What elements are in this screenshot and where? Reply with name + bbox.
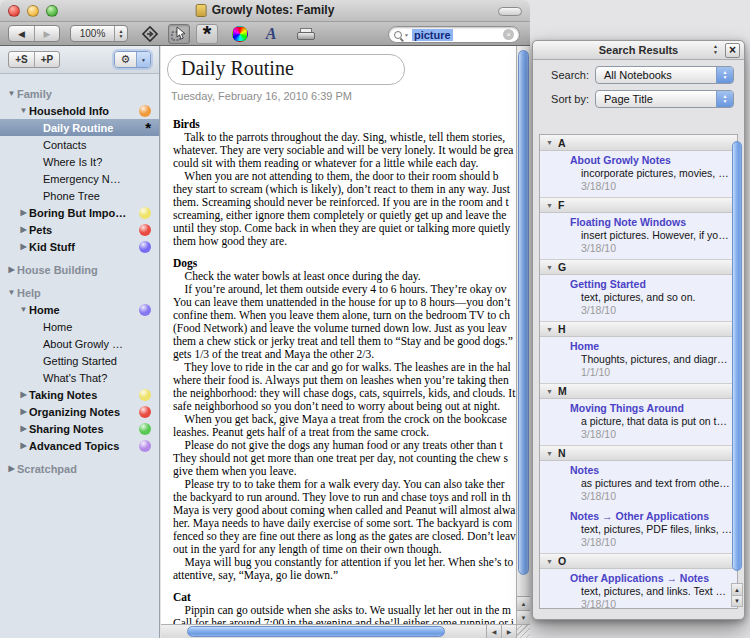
result-item[interactable]: Other Applications → Notestext, pictures… bbox=[540, 569, 737, 609]
scroll-down-button[interactable]: ▼ bbox=[517, 610, 530, 624]
search-clear-icon[interactable]: × bbox=[503, 29, 514, 40]
zoom-control[interactable]: 100% ▲ ▼ bbox=[70, 25, 128, 42]
print-button[interactable] bbox=[294, 24, 318, 44]
result-item[interactable]: Floating Note Windowsinsert pictures. Ho… bbox=[540, 213, 737, 259]
sidebar-item-where-is-it[interactable]: Where Is It? bbox=[0, 153, 159, 170]
result-title[interactable]: Notes bbox=[570, 464, 733, 477]
action-menu-control[interactable]: ⚙ ▼ bbox=[114, 51, 151, 68]
result-title[interactable]: Getting Started bbox=[570, 278, 733, 291]
sidebar-item-boring-but-impo[interactable]: ▶Boring But Impo… bbox=[0, 204, 159, 221]
sidebar-item-sharing-notes[interactable]: ▶Sharing Notes bbox=[0, 420, 159, 437]
sidebar-item-family[interactable]: ▼Family bbox=[0, 85, 159, 102]
sidebar-item-contacts[interactable]: Contacts bbox=[0, 136, 159, 153]
scroll-right-button[interactable]: ▶ bbox=[501, 625, 516, 638]
sidebar-item-daily-routine[interactable]: Daily Routine* bbox=[0, 119, 159, 136]
result-group-header[interactable]: ▼G bbox=[540, 259, 737, 275]
panel-titlebar[interactable]: Search Results ▲ ▼ × bbox=[533, 41, 744, 60]
result-item[interactable]: About Growly Notesincorporate pictures, … bbox=[540, 151, 737, 197]
panel-collapse-stepper-icon[interactable]: ▲ ▼ bbox=[713, 44, 718, 55]
disclosure-triangle-icon[interactable]: ▼ bbox=[18, 305, 29, 314]
titlebar[interactable]: Growly Notes: Family bbox=[0, 0, 530, 22]
panel-scroll-up-button[interactable]: ▲ bbox=[731, 583, 743, 595]
result-group-header[interactable]: ▼A bbox=[540, 135, 737, 151]
group-triangle-icon[interactable]: ▼ bbox=[546, 388, 553, 395]
gear-icon[interactable]: ⚙ bbox=[115, 52, 136, 67]
disclosure-triangle-icon[interactable]: ▶ bbox=[6, 265, 17, 274]
result-group-header[interactable]: ▼F bbox=[540, 197, 737, 213]
sidebar-item-home[interactable]: Home bbox=[0, 318, 159, 335]
panel-close-button[interactable]: × bbox=[725, 43, 740, 58]
group-triangle-icon[interactable]: ▼ bbox=[546, 326, 553, 333]
sidebar-item-scratchpad[interactable]: ▶Scratchpad bbox=[0, 460, 159, 477]
selection-tool-button[interactable] bbox=[168, 24, 190, 44]
goto-page-button[interactable] bbox=[138, 24, 162, 44]
search-scope-dropdown[interactable]: All Notebooks ▲▼ bbox=[595, 66, 734, 84]
sidebar-item-help[interactable]: ▼Help bbox=[0, 284, 159, 301]
toolbar-toggle-pill-button[interactable] bbox=[498, 7, 522, 16]
disclosure-triangle-icon[interactable]: ▶ bbox=[18, 407, 29, 416]
horizontal-scroll-thumb[interactable] bbox=[187, 626, 445, 637]
sidebar-item-house-building[interactable]: ▶House Building bbox=[0, 261, 159, 278]
sidebar-item-phone-tree[interactable]: Phone Tree bbox=[0, 187, 159, 204]
disclosure-triangle-icon[interactable]: ▶ bbox=[18, 208, 29, 217]
disclosure-triangle-icon[interactable]: ▶ bbox=[18, 242, 29, 251]
sidebar-item-advanced-topics[interactable]: ▶Advanced Topics bbox=[0, 437, 159, 454]
close-window-button[interactable] bbox=[8, 5, 20, 17]
action-menu-chevron-icon[interactable]: ▼ bbox=[136, 52, 150, 67]
disclosure-triangle-icon[interactable]: ▶ bbox=[18, 225, 29, 234]
disclosure-triangle-icon[interactable]: ▼ bbox=[6, 89, 17, 98]
scroll-up-button[interactable]: ▲ bbox=[517, 596, 530, 610]
sidebar-item-home[interactable]: ▼Home bbox=[0, 301, 159, 318]
page-title[interactable]: Daily Routine bbox=[167, 54, 405, 85]
result-title[interactable]: Other Applications → Notes bbox=[570, 572, 733, 585]
document-vertical-scrollbar[interactable]: ▲ ▼ bbox=[516, 46, 530, 624]
minimize-window-button[interactable] bbox=[27, 5, 39, 17]
sidebar-item-taking-notes[interactable]: ▶Taking Notes bbox=[0, 386, 159, 403]
add-page-button[interactable]: +P bbox=[34, 52, 59, 67]
result-group-header[interactable]: ▼O bbox=[540, 553, 737, 569]
forward-button[interactable]: ▶ bbox=[34, 26, 59, 41]
result-item[interactable]: Getting Startedtext, pictures, and so on… bbox=[540, 275, 737, 321]
back-button[interactable]: ◀ bbox=[9, 26, 34, 41]
vertical-scroll-thumb[interactable] bbox=[518, 50, 529, 575]
colors-button[interactable] bbox=[230, 24, 250, 44]
sort-by-dropdown[interactable]: Page Title ▲▼ bbox=[595, 90, 734, 108]
disclosure-triangle-icon[interactable]: ▼ bbox=[18, 106, 29, 115]
zoom-window-button[interactable] bbox=[46, 5, 58, 17]
group-triangle-icon[interactable]: ▼ bbox=[546, 139, 553, 146]
panel-scroll-thumb[interactable] bbox=[732, 141, 742, 571]
result-title[interactable]: Floating Note Windows bbox=[570, 216, 733, 229]
disclosure-triangle-icon[interactable]: ▶ bbox=[18, 390, 29, 399]
sidebar-item-organizing-notes[interactable]: ▶Organizing Notes bbox=[0, 403, 159, 420]
result-title[interactable]: Moving Things Around bbox=[570, 402, 733, 415]
asterisk-tool-button[interactable]: * bbox=[196, 24, 218, 44]
document-horizontal-scrollbar[interactable]: ◀ ▶ bbox=[161, 624, 516, 638]
disclosure-triangle-icon[interactable]: ▶ bbox=[18, 424, 29, 433]
result-item[interactable]: Moving Things Arounda picture, that data… bbox=[540, 399, 737, 445]
sidebar-item-about-growly[interactable]: About Growly … bbox=[0, 335, 159, 352]
result-group-header[interactable]: ▼M bbox=[540, 383, 737, 399]
search-input[interactable]: ▼ picture × bbox=[388, 26, 520, 43]
group-triangle-icon[interactable]: ▼ bbox=[546, 202, 553, 209]
result-title[interactable]: Home bbox=[570, 340, 733, 353]
scroll-left-button[interactable]: ◀ bbox=[486, 625, 501, 638]
result-group-header[interactable]: ▼N bbox=[540, 445, 737, 461]
disclosure-triangle-icon[interactable]: ▶ bbox=[6, 464, 17, 473]
group-triangle-icon[interactable]: ▼ bbox=[546, 558, 553, 565]
zoom-stepper[interactable]: ▲ ▼ bbox=[114, 26, 127, 41]
result-item[interactable]: Notesas pictures and text from othe…3/18… bbox=[540, 461, 737, 507]
disclosure-triangle-icon[interactable]: ▶ bbox=[18, 441, 29, 450]
sidebar-item-pets[interactable]: ▶Pets bbox=[0, 221, 159, 238]
result-title[interactable]: Notes → Other Applications bbox=[570, 510, 733, 523]
result-item[interactable]: HomeThoughts, pictures, and diagr…1/1/10 bbox=[540, 337, 737, 383]
disclosure-triangle-icon[interactable]: ▼ bbox=[6, 288, 17, 297]
result-title[interactable]: About Growly Notes bbox=[570, 154, 733, 167]
sidebar-item-emergency-n[interactable]: Emergency N… bbox=[0, 170, 159, 187]
panel-scroll-down-button[interactable]: ▼ bbox=[731, 595, 743, 607]
sidebar-item-household-info[interactable]: ▼Household Info bbox=[0, 102, 159, 119]
sidebar-item-kid-stuff[interactable]: ▶Kid Stuff bbox=[0, 238, 159, 255]
group-triangle-icon[interactable]: ▼ bbox=[546, 450, 553, 457]
page-content[interactable]: Daily Routine Tuesday, February 16, 2010… bbox=[161, 46, 516, 624]
fonts-button[interactable]: A bbox=[262, 24, 280, 44]
result-item[interactable]: Notes → Other Applicationstext, pictures… bbox=[540, 507, 737, 553]
